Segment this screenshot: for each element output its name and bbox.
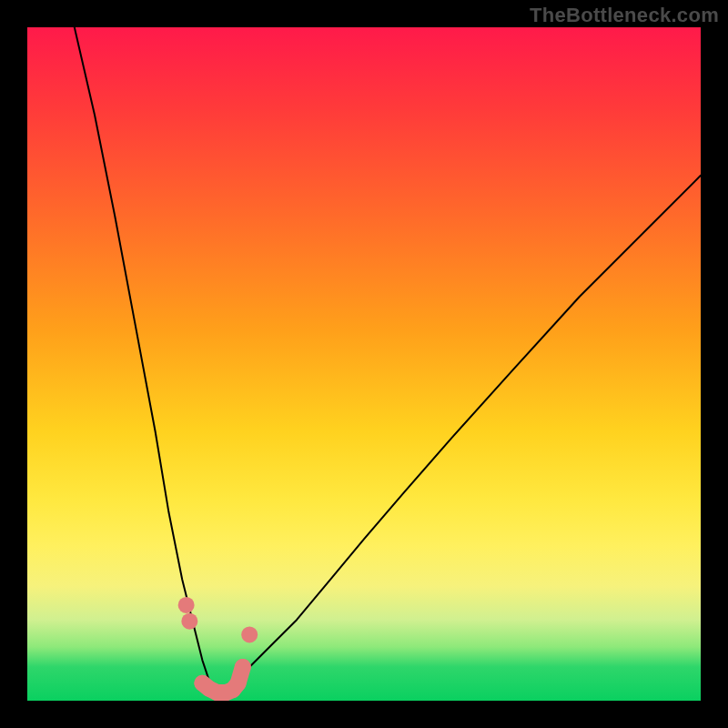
data-point-connector bbox=[202, 667, 242, 693]
bottleneck-curve bbox=[75, 27, 701, 694]
data-point bbox=[178, 597, 195, 613]
chart-svg-layer bbox=[27, 27, 701, 701]
data-point bbox=[181, 613, 197, 630]
watermark-text: TheBottleneck.com bbox=[530, 4, 719, 27]
chart-frame: TheBottleneck.com bbox=[0, 0, 728, 728]
data-point bbox=[241, 626, 258, 642]
